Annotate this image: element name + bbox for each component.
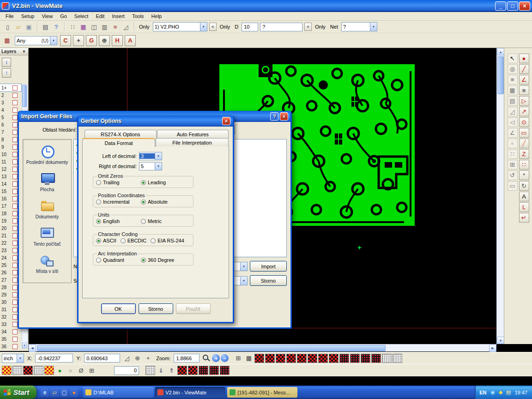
cancel-button[interactable]: Storno <box>139 303 173 314</box>
film-swatch-icon[interactable] <box>286 354 296 363</box>
anchor-up-icon[interactable]: ⇑ <box>167 366 176 375</box>
lamp-icon[interactable]: ○ <box>66 366 75 375</box>
panel-icon[interactable]: ▭ <box>508 181 518 191</box>
print-icon[interactable]: ▤ <box>41 22 50 31</box>
draw-slash-icon[interactable]: ╱ <box>519 139 529 148</box>
menu-item-insert[interactable]: Insert <box>108 12 128 20</box>
cell-grid-icon[interactable]: ⊞ <box>233 354 243 363</box>
radio-trailing[interactable]: Trailing <box>96 180 137 185</box>
tab-auto-features[interactable]: Auto Features <box>157 130 229 138</box>
pad-pattern-icon[interactable] <box>199 366 208 375</box>
draw-pad-icon[interactable]: ● <box>519 54 529 63</box>
units-select[interactable]: inch ▼ <box>2 354 24 363</box>
radio-ascii[interactable]: ASCII <box>96 238 116 243</box>
layer-color-swatch[interactable] <box>12 211 18 216</box>
layer-row[interactable]: 3 <box>0 99 22 106</box>
pad-pattern-icon[interactable] <box>220 366 230 375</box>
radio-eia-rs-244[interactable]: EIA RS-244 <box>151 238 184 243</box>
scroll-down-icon[interactable]: ▼ <box>22 343 27 348</box>
close-button[interactable]: × <box>280 112 288 121</box>
aperture-grid-icon[interactable]: ▦ <box>2 36 12 45</box>
chevron-down-icon[interactable]: ▼ <box>200 23 207 31</box>
film-swatch-icon[interactable] <box>297 354 307 363</box>
order-icon[interactable]: ▤ <box>508 96 518 106</box>
draw-polyline-icon[interactable]: ∠ <box>519 75 529 85</box>
text-a-icon[interactable]: A <box>519 192 529 201</box>
film-swatch-icon[interactable] <box>318 354 328 363</box>
net-filter-select[interactable]: ? ▼ <box>341 22 377 31</box>
dcode-c-icon[interactable]: C <box>60 35 71 46</box>
table-icon[interactable]: ⊞ <box>508 160 518 169</box>
film-swatch-icon[interactable] <box>276 354 285 363</box>
grid-pattern-icon[interactable] <box>382 354 392 363</box>
layer-stack-icon[interactable]: ≡ <box>508 75 518 85</box>
angle-icon[interactable]: ∠ <box>508 128 518 138</box>
layer-color-swatch[interactable] <box>12 329 18 334</box>
table-grid-icon[interactable]: ▦ <box>244 354 254 363</box>
scrollbar-thumb[interactable] <box>497 56 504 94</box>
film-color-icon[interactable] <box>2 366 12 375</box>
film-swatch-icon[interactable] <box>188 366 198 375</box>
layer-color-swatch[interactable] <box>12 174 18 179</box>
film-swatch-icon[interactable] <box>265 354 275 363</box>
place-folder[interactable]: Dokumenty <box>23 196 71 223</box>
tab-data-format[interactable]: Data Format <box>82 138 155 147</box>
layer-select[interactable]: 1) V2.PHO ▼ <box>153 22 207 31</box>
storno-button[interactable]: Storno <box>250 275 287 286</box>
vertical-scrollbar[interactable]: ▲ ▼ <box>496 48 504 344</box>
layer-color-swatch[interactable] <box>12 344 18 349</box>
chevron-down-icon[interactable]: ▼ <box>17 354 24 363</box>
layer-color-swatch[interactable] <box>12 307 18 312</box>
tab-rs274-x-options[interactable]: RS274-X Options <box>85 130 157 138</box>
draw-line-icon[interactable]: ╱ <box>519 64 529 74</box>
text-l-icon[interactable]: L <box>519 202 529 212</box>
draw-zigzag-icon[interactable]: Z <box>519 149 529 159</box>
x-coordinate-field[interactable]: -0.942237 <box>35 354 73 363</box>
layer-color-swatch[interactable] <box>12 137 18 142</box>
scroll-right-icon[interactable]: ▶ <box>489 345 496 352</box>
layer-color-swatch[interactable] <box>12 322 18 327</box>
measure-icon[interactable]: ◿ <box>508 107 518 116</box>
layer-lines-icon[interactable]: ≡ <box>110 22 120 31</box>
close-icon[interactable]: × <box>21 49 27 54</box>
layers-panel-header[interactable]: Layers × <box>0 48 28 55</box>
pad-pattern-icon[interactable] <box>371 354 381 363</box>
menu-item-select[interactable]: Select <box>71 12 92 20</box>
film-color-icon[interactable] <box>44 366 54 375</box>
layer-color-swatch[interactable] <box>12 93 18 98</box>
scrollbar-thumb[interactable] <box>22 85 27 107</box>
film-swatch-icon[interactable] <box>329 354 339 363</box>
anchor-down-icon[interactable]: ⇓ <box>156 366 166 375</box>
language-indicator[interactable]: EN <box>479 390 486 395</box>
layer-color-swatch[interactable] <box>12 85 18 91</box>
menu-item-go[interactable]: Go <box>56 12 71 20</box>
move-crosshair-icon[interactable]: + <box>73 35 84 46</box>
origin-target-icon[interactable]: ⊕ <box>99 35 110 46</box>
film-box-icon[interactable]: ▦ <box>508 85 518 95</box>
pad-pattern-icon[interactable] <box>209 366 219 375</box>
layer-color-swatch[interactable] <box>12 248 18 253</box>
internet-explorer-icon[interactable]: e <box>41 388 49 397</box>
layer-color-swatch[interactable] <box>12 196 18 201</box>
slope-measure-icon[interactable]: ◿ <box>121 22 131 31</box>
menu-item-file[interactable]: File <box>2 12 18 20</box>
dcode-filter-field[interactable]: ? <box>260 23 302 31</box>
probe-icon[interactable]: Ø <box>76 366 86 375</box>
minimize-button[interactable]: _ <box>495 1 506 11</box>
scrollbar-thumb[interactable] <box>37 345 386 351</box>
browser-icon[interactable]: ● <box>70 388 78 397</box>
only-dcode-label[interactable]: Only <box>218 24 232 30</box>
layer-row[interactable]: 35 <box>0 335 22 343</box>
radio-360-degree[interactable]: 360 Degree <box>141 257 175 263</box>
layer-color-swatch[interactable] <box>12 181 18 187</box>
prev-net-button[interactable]: < <box>304 23 312 31</box>
only-net-label[interactable]: Only <box>314 24 327 30</box>
grid-pattern-icon[interactable] <box>393 354 402 363</box>
dcode-h-icon[interactable]: H <box>112 35 123 46</box>
zoom-out-icon[interactable]: − <box>221 354 229 362</box>
chevron-down-icon[interactable]: ▼ <box>155 163 162 170</box>
film-swatch-icon[interactable] <box>177 366 187 375</box>
layer-color-swatch[interactable] <box>12 263 18 268</box>
radio-metric[interactable]: Metric <box>141 218 162 224</box>
layer-row[interactable]: 36 <box>0 343 22 350</box>
